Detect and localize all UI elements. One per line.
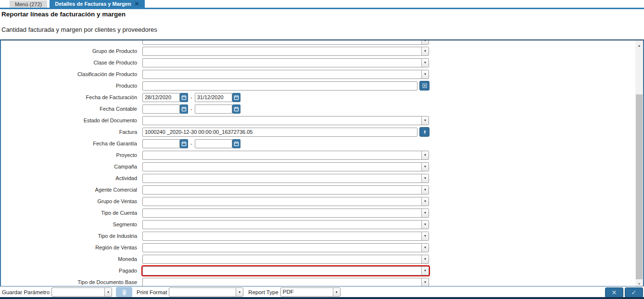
agente-comercial-select[interactable]: ▼ [142, 185, 429, 195]
close-tab-icon[interactable]: ✕ [135, 0, 139, 7]
chevron-down-icon[interactable]: ▼ [421, 244, 429, 252]
trash-icon [121, 289, 127, 296]
campana-value[interactable] [143, 163, 421, 171]
producto-button[interactable] [419, 81, 429, 91]
chevron-down-icon[interactable]: ▼ [333, 288, 340, 296]
clasificacion-de-producto-value[interactable] [143, 70, 421, 78]
fila-superior-cortada-value[interactable] [143, 40, 421, 44]
scroll-up-arrow-icon[interactable]: ▲ [635, 41, 643, 49]
fecha-contable-from-calendar-button[interactable] [180, 104, 188, 114]
grupo-de-producto-select[interactable]: ▼ [142, 47, 429, 56]
fecha-de-garantia-from-calendar-button[interactable] [180, 139, 188, 148]
guardar-parametro-label: Guardar Parámetro [2, 289, 50, 295]
chevron-down-icon[interactable]: ▼ [236, 288, 243, 296]
print-format-value[interactable] [169, 288, 236, 296]
chevron-down-icon[interactable]: ▼ [421, 209, 429, 217]
fila-superior-cortada-select[interactable]: ▼ [142, 40, 429, 45]
grupo-de-ventas-select[interactable]: ▼ [142, 197, 429, 206]
segmento-select[interactable]: ▼ [142, 220, 429, 229]
chevron-down-icon[interactable]: ▼ [421, 151, 429, 159]
actividad-value[interactable] [143, 174, 421, 182]
field-label-agente-comercial: Agente Comercial [1, 187, 142, 193]
guardar-parametro-value[interactable] [52, 288, 104, 296]
factura-input[interactable]: 1000240 _2020-12-30 00:00:00_16372736.05 [142, 128, 417, 137]
chevron-down-icon[interactable]: ▼ [421, 255, 429, 263]
fecha-de-facturacion-to-field: 31/12/2020 [195, 93, 240, 102]
fecha-de-garantia-to-input[interactable] [195, 139, 232, 148]
clase-de-producto-value[interactable] [143, 59, 421, 67]
fecha-de-facturacion-from-calendar-button[interactable] [180, 93, 188, 102]
fecha-de-garantia-to-calendar-button[interactable] [232, 139, 240, 148]
grupo-de-producto-value[interactable] [143, 47, 421, 55]
fecha-contable-to-calendar-button[interactable] [232, 104, 240, 114]
tipo-de-industria-select[interactable]: ▼ [142, 232, 429, 241]
form-row-campana: Campaña▼ [1, 161, 635, 172]
page-title: Reportar líneas de facturación y margen [1, 11, 644, 18]
ok-button[interactable]: ✓ [625, 287, 643, 298]
chevron-down-icon[interactable]: ▼ [421, 186, 429, 194]
chevron-down-icon[interactable]: ▼ [421, 59, 429, 67]
form-row-agente-comercial: Agente Comercial▼ [1, 184, 635, 195]
fecha-de-facturacion-to-calendar-button[interactable] [232, 93, 240, 102]
proyecto-value[interactable] [143, 151, 421, 159]
chevron-down-icon[interactable]: ▼ [421, 70, 429, 78]
segmento-value[interactable] [143, 221, 421, 229]
region-de-ventas-select[interactable]: ▼ [142, 243, 429, 252]
actividad-select[interactable]: ▼ [142, 174, 429, 183]
chevron-down-icon[interactable]: ▼ [421, 174, 429, 182]
report-type-select[interactable]: PDF ▼ [280, 287, 341, 297]
tipo-de-documento-base-value[interactable] [143, 278, 421, 286]
estado-del-documento-value[interactable] [143, 117, 421, 125]
tab-detalles-facturas-margen[interactable]: Detalles de Facturas y Margen ✕ [50, 0, 144, 8]
fecha-contable-to-input[interactable] [195, 104, 232, 114]
scrollbar-thumb[interactable] [636, 94, 643, 279]
agente-comercial-value[interactable] [143, 186, 421, 194]
chevron-down-icon[interactable]: ▼ [421, 221, 429, 229]
producto-input[interactable] [142, 81, 417, 91]
guardar-parametro-select[interactable]: ▼ [51, 287, 112, 297]
tipo-de-cuenta-value[interactable] [143, 209, 421, 217]
chevron-down-icon[interactable]: ▼ [104, 288, 112, 296]
proyecto-select[interactable]: ▼ [142, 151, 429, 160]
form-row-fecha-contable: Fecha Contable- [1, 103, 635, 115]
tab-menu[interactable]: Menú (272) [10, 0, 47, 8]
chevron-down-icon[interactable]: ▼ [421, 278, 429, 286]
fecha-contable-from-input[interactable] [142, 104, 180, 114]
cancel-button[interactable]: ✕ [605, 287, 623, 298]
moneda-value[interactable] [143, 255, 421, 263]
chevron-down-icon[interactable]: ▼ [421, 117, 429, 125]
vertical-scrollbar[interactable]: ▲ ▼ [635, 40, 643, 286]
clasificacion-de-producto-select[interactable]: ▼ [142, 70, 429, 79]
tipo-de-documento-base-select[interactable]: ▼ [142, 278, 429, 287]
fecha-de-garantia-field-area: - [142, 139, 240, 148]
fecha-de-facturacion-from-input[interactable]: 28/12/2020 [142, 93, 180, 102]
fecha-de-facturacion-to-input[interactable]: 31/12/2020 [195, 93, 232, 102]
grupo-de-ventas-value[interactable] [143, 197, 421, 206]
chevron-down-icon[interactable]: ▼ [421, 40, 429, 44]
pagado-value[interactable] [143, 267, 421, 275]
clase-de-producto-select[interactable]: ▼ [142, 58, 429, 67]
chevron-down-icon[interactable]: ▼ [421, 267, 429, 275]
tipo-de-cuenta-select[interactable]: ▼ [142, 208, 429, 218]
chevron-down-icon[interactable]: ▼ [421, 163, 429, 171]
fecha-de-garantia-from-input[interactable] [142, 139, 180, 148]
report-type-value[interactable]: PDF [281, 288, 333, 296]
grupo-de-ventas-field-area: ▼ [142, 197, 429, 206]
factura-button[interactable] [419, 127, 429, 137]
field-label-moneda: Moneda [1, 256, 142, 262]
page-subtitle: Cantidad facturada y margen por clientes… [1, 26, 644, 33]
estado-del-documento-select[interactable]: ▼ [142, 116, 429, 125]
form-row-estado-del-documento: Estado del Documento▼ [1, 115, 635, 126]
report-header: Reportar líneas de facturación y margen … [0, 9, 644, 39]
region-de-ventas-value[interactable] [143, 244, 421, 252]
chevron-down-icon[interactable]: ▼ [421, 232, 429, 240]
print-format-select[interactable]: ▼ [169, 287, 243, 297]
delete-parameter-button[interactable] [116, 287, 132, 297]
chevron-down-icon[interactable]: ▼ [421, 197, 429, 206]
tipo-de-industria-value[interactable] [143, 232, 421, 240]
moneda-select[interactable]: ▼ [142, 255, 429, 264]
campana-select[interactable]: ▼ [142, 162, 429, 171]
chevron-down-icon[interactable]: ▼ [421, 47, 429, 55]
scroll-down-arrow-icon[interactable]: ▼ [635, 280, 643, 286]
pagado-select[interactable]: ▼ [142, 266, 429, 275]
